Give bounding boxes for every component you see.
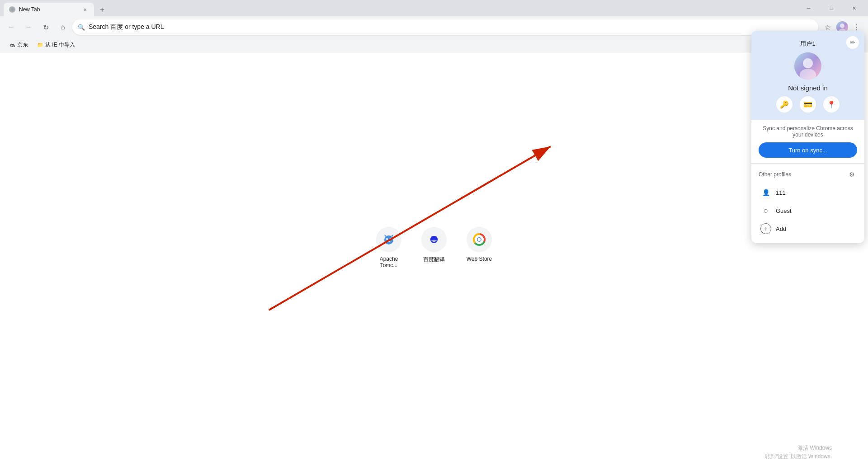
tab-bar: New Tab ✕ + <box>4 0 797 16</box>
bookmark-jd-label: 京东 <box>17 41 28 49</box>
profile-111-name: 111 <box>776 189 786 196</box>
svg-point-11 <box>431 236 434 239</box>
payment-icon-btn[interactable]: 💳 <box>800 96 816 113</box>
apache-tomcat-icon <box>376 227 401 252</box>
window-controls: ─ □ ✕ <box>798 1 864 15</box>
other-profiles-header: Other profiles ⚙ <box>759 169 857 180</box>
profile-dropdown: 用户1 ✏ Not signed in 🔑 💳 📍 <box>751 31 864 243</box>
close-button[interactable]: ✕ <box>844 1 864 15</box>
profile-settings-icon[interactable]: ⚙ <box>846 169 857 180</box>
shortcut-baidu-fanyi[interactable]: 百度翻译 <box>416 227 452 268</box>
profile-111-icon: 👤 <box>760 187 771 198</box>
svg-point-14 <box>436 238 438 240</box>
not-signed-in-label: Not signed in <box>788 84 828 92</box>
home-button[interactable]: ⌂ <box>55 19 71 35</box>
address-bar[interactable]: 🔍 Search 百度 or type a URL <box>72 19 818 35</box>
bookmark-ie-label: 从 IE 中导入 <box>45 41 75 49</box>
svg-point-19 <box>478 238 481 241</box>
addresses-icon-btn[interactable]: 📍 <box>823 96 840 113</box>
bookmark-jd[interactable]: 🛍 京东 <box>5 40 32 50</box>
refresh-button[interactable]: ↻ <box>38 19 53 35</box>
tab-close-btn[interactable]: ✕ <box>81 6 89 13</box>
ie-import-icon: 📁 <box>37 42 43 48</box>
turn-on-sync-button[interactable]: Turn on sync... <box>759 142 857 158</box>
profile-guest-icon: ○ <box>760 205 771 216</box>
svg-point-6 <box>390 238 392 240</box>
shortcut-apache-tomcat[interactable]: Apache Tomc... <box>371 227 407 268</box>
svg-point-4 <box>384 235 393 244</box>
shortcuts-row: Apache Tomc... 百度翻译 <box>371 227 497 268</box>
svg-point-23 <box>803 58 813 68</box>
sync-section: Sync and personalize Chrome across your … <box>751 120 864 164</box>
add-profile-label: Add <box>776 226 786 232</box>
maximize-button[interactable]: □ <box>821 1 842 15</box>
tab-favicon <box>9 6 15 13</box>
other-profiles-title: Other profiles <box>759 171 791 178</box>
tab-title: New Tab <box>19 6 78 13</box>
watermark-line1: 激活 Windows <box>765 444 832 452</box>
forward-button[interactable]: → <box>21 19 36 35</box>
back-button[interactable]: ← <box>4 19 19 35</box>
sync-description: Sync and personalize Chrome across your … <box>759 125 857 138</box>
active-tab[interactable]: New Tab ✕ <box>4 3 94 16</box>
main-content: Apache Tomc... 百度翻译 <box>0 52 868 470</box>
profile-guest[interactable]: ○ Guest <box>759 202 857 220</box>
profile-header: 用户1 ✏ Not signed in 🔑 💳 📍 <box>751 31 864 120</box>
svg-point-5 <box>386 238 388 240</box>
new-tab-button[interactable]: + <box>96 4 108 16</box>
search-icon: 🔍 <box>78 24 85 31</box>
title-bar: New Tab ✕ + ─ □ ✕ <box>0 0 868 16</box>
bookmarks-bar: 🛍 京东 📁 从 IE 中导入 <box>0 38 868 52</box>
profile-quick-actions: 🔑 💳 📍 <box>776 96 840 113</box>
profile-avatar-large <box>794 52 821 80</box>
minimize-button[interactable]: ─ <box>798 1 819 15</box>
profile-name-top: 用户1 <box>800 40 815 48</box>
web-store-label: Web Store <box>467 256 492 262</box>
svg-point-1 <box>840 24 844 28</box>
windows-watermark: 激活 Windows 转到"设置"以激活 Windows. <box>765 444 832 461</box>
add-profile-item[interactable]: + Add <box>759 220 857 238</box>
apache-tomcat-label: Apache Tomc... <box>371 256 407 268</box>
other-profiles-section: Other profiles ⚙ 👤 111 ○ Guest + Add <box>751 164 864 243</box>
edit-profile-button[interactable]: ✏ <box>846 36 859 49</box>
address-text: Search 百度 or type a URL <box>89 23 813 31</box>
jd-icon: 🛍 <box>9 42 15 48</box>
nav-bar: ← → ↻ ⌂ 🔍 Search 百度 or type a URL ☆ ⋮ <box>0 16 868 38</box>
profile-111[interactable]: 👤 111 <box>759 183 857 202</box>
baidu-fanyi-icon <box>421 227 447 252</box>
shortcuts-area: Apache Tomc... 百度翻译 <box>371 227 497 268</box>
svg-point-12 <box>435 236 437 239</box>
add-profile-icon: + <box>760 223 771 234</box>
watermark-line2: 转到"设置"以激活 Windows. <box>765 452 832 461</box>
shortcut-web-store[interactable]: Web Store <box>461 227 497 268</box>
passwords-icon-btn[interactable]: 🔑 <box>776 96 793 113</box>
web-store-icon <box>467 227 492 252</box>
svg-point-13 <box>430 238 432 240</box>
baidu-fanyi-label: 百度翻译 <box>423 256 445 263</box>
profile-guest-name: Guest <box>776 207 792 214</box>
bookmark-ie-import[interactable]: 📁 从 IE 中导入 <box>33 40 79 50</box>
